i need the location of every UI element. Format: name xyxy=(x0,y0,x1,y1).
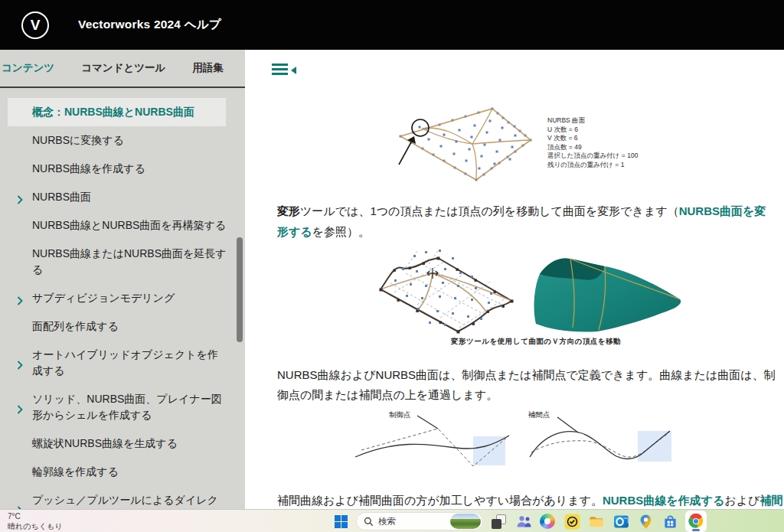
microsoft-store-button[interactable] xyxy=(661,512,679,530)
paragraph-text: 補間曲線および補間曲面の方が加工しやすい場合があります。 xyxy=(277,494,603,507)
teams-button[interactable] xyxy=(514,512,532,530)
search-input[interactable] xyxy=(378,517,444,526)
search-icon xyxy=(364,517,374,527)
link-create-nurbs-curve[interactable]: NURBS曲線を作成する xyxy=(603,494,724,507)
weather-widget[interactable]: 7°C 晴れのちくもり xyxy=(8,511,62,531)
windows-taskbar: 7°C 晴れのちくもり xyxy=(0,509,784,532)
tab-contents[interactable]: コンテンツ xyxy=(2,61,54,75)
chrome-button-active[interactable] xyxy=(685,511,707,532)
sidebar-item-create-nurbs-curve[interactable]: NURBS曲線を作成する xyxy=(0,155,245,183)
tab-commands-tools[interactable]: コマンドとツール xyxy=(81,61,165,75)
annotation-line: 残りの頂点の重み付け = 1 xyxy=(547,161,638,170)
paragraph-deform-tool: 変形ツールでは、1つの頂点または頂点の列を移動して曲面を変形できます（NURBS… xyxy=(277,201,776,242)
sidebar-item-contour-lines[interactable]: 輪郭線を作成する xyxy=(0,458,245,486)
label-control-point: 制御点 xyxy=(389,410,411,419)
figure1-annotation: NURBS 曲面 U 次数 = 6 V 次数 = 6 頂点数 = 49 選択した… xyxy=(547,116,638,169)
tab-glossary[interactable]: 用語集 xyxy=(193,61,224,75)
microsoft-store-icon xyxy=(662,514,678,530)
active-app-indicator xyxy=(692,529,700,531)
google-maps-button[interactable] xyxy=(636,512,655,530)
sidebar-item-rebuild-nurbs[interactable]: NURBS曲線とNURBS曲面を再構築する xyxy=(0,211,245,240)
sidebar-item-label: NURBS曲線とNURBS曲面を再構築する xyxy=(32,219,226,231)
sidebar-item-label: オートハイブリッドオブジェクトを作成する xyxy=(32,348,218,377)
task-view-icon xyxy=(492,514,506,529)
toc-collapse-button[interactable] xyxy=(272,64,296,77)
sidebar-item-label: NURBS曲面 xyxy=(32,191,91,203)
weather-condition: 晴れのちくもり xyxy=(8,521,62,531)
figure2-caption: 変形ツールを使用して曲面のＶ方向の頂点を移動 xyxy=(371,337,701,347)
sidebar-item-label: ソリッド、NURBS曲面、プレイナー図形からシェルを作成する xyxy=(32,393,222,421)
sidebar-item-label: 螺旋状NURBS曲線を生成する xyxy=(32,437,178,449)
chevron-right-icon[interactable] xyxy=(17,358,23,367)
file-explorer-button[interactable] xyxy=(587,512,606,530)
sidebar-item-label: 面配列を作成する xyxy=(32,320,119,332)
annotation-line: NURBS 曲面 xyxy=(547,116,638,126)
security-app-button[interactable] xyxy=(563,512,581,530)
annotation-line: V 次数 = 6 xyxy=(547,134,638,143)
taskbar-search-box[interactable] xyxy=(356,512,483,530)
sidebar-item-nurbs-surface[interactable]: NURBS曲面 xyxy=(0,183,245,211)
sidebar-item-label: NURBS曲線またはNURBS曲面を延長する xyxy=(32,247,227,276)
sidebar-item-subdivision-modeling[interactable]: サブディビジョンモデリング xyxy=(0,284,245,312)
google-maps-pin-icon xyxy=(639,514,653,530)
sidebar: コンテンツ コマンドとツール 用語集 概念：NURBS曲線とNURBS曲面 NU… xyxy=(0,50,245,509)
security-check-icon xyxy=(564,514,580,530)
sidebar-item-concept-nurbs[interactable]: 概念：NURBS曲線とNURBS曲面 xyxy=(8,98,226,126)
chevron-right-icon[interactable] xyxy=(17,193,23,202)
sidebar-item-label: サブディビジョンモデリング xyxy=(32,292,175,304)
sidebar-item-label: 概念：NURBS曲線とNURBS曲面 xyxy=(32,106,194,118)
paragraph-text: および xyxy=(724,494,760,507)
sidebar-item-label: 輪郭線を作成する xyxy=(32,465,119,478)
chevron-right-icon[interactable] xyxy=(17,504,23,509)
sidebar-item-helix-nurbs[interactable]: 螺旋状NURBS曲線を生成する xyxy=(0,429,245,458)
figure-control-vs-interpolation-points: 制御点 補間点 xyxy=(352,408,712,481)
task-view-button[interactable] xyxy=(489,512,508,530)
vectorworks-logo-icon: V xyxy=(21,11,49,39)
windows-start-button[interactable] xyxy=(332,512,350,530)
sidebar-item-surface-array[interactable]: 面配列を作成する xyxy=(0,312,245,341)
sidebar-nav-list: 概念：NURBS曲線とNURBS曲面 NURBSに変換する NURBS曲線を作成… xyxy=(0,88,245,509)
paragraph-text: を参照）。 xyxy=(312,225,370,238)
logo-letter: V xyxy=(31,17,41,34)
weather-temperature: 7°C xyxy=(8,511,62,521)
figure-deform-wireframe xyxy=(371,245,521,344)
sidebar-scrollbar-thumb[interactable] xyxy=(237,237,243,342)
paragraph-text: ツールでは、1つの頂点または頂点の列を移動して曲面を変形できます（ xyxy=(300,204,679,217)
sidebar-tabs: コンテンツ コマンドとツール 用語集 xyxy=(0,50,245,88)
sidebar-item-label: NURBSに変換する xyxy=(32,134,124,146)
copilot-button[interactable] xyxy=(538,512,557,530)
chevron-right-icon[interactable] xyxy=(17,403,23,412)
windows-logo-icon xyxy=(335,515,348,528)
chrome-icon xyxy=(688,514,704,529)
bold-term: 変形 xyxy=(277,204,300,217)
label-interpolation-point: 補間点 xyxy=(528,410,550,419)
taskbar-center-icons xyxy=(332,512,707,530)
annotation-line: 頂点数 = 49 xyxy=(547,143,638,152)
sidebar-item-auto-hybrid[interactable]: オートハイブリッドオブジェクトを作成する xyxy=(0,341,245,385)
chevron-right-icon[interactable] xyxy=(17,294,23,303)
main-content: NURBS 曲面 U 次数 = 6 V 次数 = 6 頂点数 = 49 選択した… xyxy=(245,50,784,509)
figure-nurbs-surface-weights xyxy=(371,92,555,191)
outlook-button[interactable] xyxy=(612,512,630,530)
sidebar-item-label: NURBS曲線を作成する xyxy=(32,162,145,175)
file-explorer-icon xyxy=(588,513,605,530)
sidebar-item-create-shell[interactable]: ソリッド、NURBS曲面、プレイナー図形からシェルを作成する xyxy=(0,385,245,429)
app-title: Vectorworks 2024 ヘルプ xyxy=(78,17,221,33)
paragraph-control-interpolation: NURBS曲線およびNURBS曲面は、制御点または補間点で定義できます。曲線また… xyxy=(277,365,784,405)
outlook-icon xyxy=(613,514,629,530)
sidebar-item-extend-nurbs[interactable]: NURBS曲線またはNURBS曲面を延長する xyxy=(0,240,245,284)
annotation-line: 選択した頂点の重み付け = 100 xyxy=(547,152,638,161)
sidebar-item-label: プッシュ／プルツールによるダイレクトモデリング xyxy=(32,494,218,509)
hamburger-icon xyxy=(272,64,288,77)
teams-icon xyxy=(515,514,531,530)
sidebar-item-convert-nurbs[interactable]: NURBSに変換する xyxy=(0,126,245,155)
weather-landscape-thumbnail xyxy=(450,514,481,529)
copilot-icon xyxy=(540,514,555,529)
figure-deformed-solid-surface xyxy=(528,247,693,339)
help-window: V Vectorworks 2024 ヘルプ コンテンツ コマンドとツール 用語… xyxy=(0,0,784,532)
app-header: V Vectorworks 2024 ヘルプ xyxy=(0,0,784,50)
annotation-line: U 次数 = 6 xyxy=(547,126,638,135)
collapse-left-triangle-icon xyxy=(291,67,296,74)
sidebar-item-push-pull[interactable]: プッシュ／プルツールによるダイレクトモデリング xyxy=(0,486,245,509)
